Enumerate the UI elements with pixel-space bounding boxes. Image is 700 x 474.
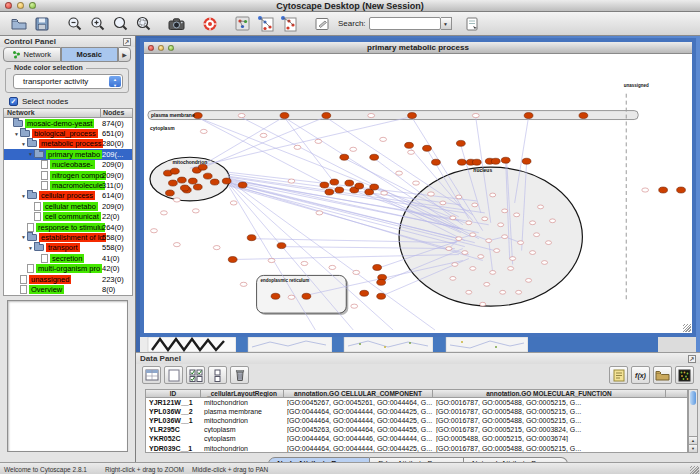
gene-node[interactable] xyxy=(508,267,514,271)
gene-node[interactable] xyxy=(288,179,295,183)
gene-node-selected-color[interactable] xyxy=(522,158,531,164)
gene-node[interactable] xyxy=(526,278,532,282)
edge[interactable] xyxy=(326,118,472,215)
gene-node-selected-color[interactable] xyxy=(405,142,414,148)
expand-arrow-icon[interactable]: ▼ xyxy=(27,151,34,157)
gene-node-selected-color[interactable] xyxy=(210,179,219,185)
gene-node-selected-color[interactable] xyxy=(345,180,354,186)
tree-row-label[interactable]: transport xyxy=(46,243,80,252)
tree-row-label[interactable]: cellular metabo xyxy=(43,202,98,211)
gene-node-selected-color[interactable] xyxy=(423,145,432,151)
notes-icon[interactable] xyxy=(609,366,628,384)
gene-node[interactable] xyxy=(478,255,484,259)
gene-node[interactable] xyxy=(316,211,323,215)
open-button[interactable] xyxy=(8,13,29,34)
gene-node[interactable] xyxy=(502,235,508,239)
gene-node-selected-color[interactable] xyxy=(408,113,417,119)
gene-node[interactable] xyxy=(466,221,472,225)
gene-node[interactable] xyxy=(353,270,360,274)
gene-node[interactable] xyxy=(450,216,456,220)
tree-row-label[interactable]: macromolecule xyxy=(50,181,105,190)
gene-node[interactable] xyxy=(161,211,168,215)
gene-node[interactable] xyxy=(428,192,435,196)
edge[interactable] xyxy=(196,117,285,170)
search-dropdown-arrow[interactable]: ▼ xyxy=(441,17,452,30)
zoom-selected-icon[interactable] xyxy=(133,13,154,34)
node-color-dropdown[interactable]: transporter activity ▲▼ xyxy=(13,74,123,89)
gene-node[interactable] xyxy=(200,129,207,133)
create-attribute-button[interactable] xyxy=(164,366,183,384)
tree-row[interactable]: multi-organism pro42(0) xyxy=(4,263,132,273)
more-tabs-arrow[interactable]: ▶ xyxy=(118,47,131,62)
gene-node[interactable] xyxy=(490,193,496,197)
tree-row-label[interactable]: Overview xyxy=(29,285,64,294)
gene-node[interactable] xyxy=(550,219,556,223)
zoom-out-icon[interactable] xyxy=(64,13,85,34)
gene-node[interactable] xyxy=(538,205,544,209)
expand-arrow-icon[interactable]: ▼ xyxy=(20,193,27,199)
gene-node-selected-color[interactable] xyxy=(330,179,339,185)
edge[interactable] xyxy=(284,118,339,189)
gene-node[interactable] xyxy=(230,201,237,205)
gene-node-selected-color[interactable] xyxy=(340,154,349,160)
gene-node-selected-color[interactable] xyxy=(320,182,329,188)
tree-row-label[interactable]: response to stimulu xyxy=(36,223,105,232)
gene-node-selected-color[interactable] xyxy=(456,140,465,146)
gene-node-selected-color[interactable] xyxy=(491,158,500,164)
tree-row-label[interactable]: unassigned xyxy=(29,275,71,284)
select-attributes-button[interactable] xyxy=(142,366,161,384)
tree-row-label[interactable]: multi-organism pro xyxy=(36,264,102,273)
tree-row[interactable]: macromolecule311(0) xyxy=(4,180,132,190)
gene-node-selected-color[interactable] xyxy=(180,185,189,191)
tree-row[interactable]: ▼primary metabo209(... xyxy=(4,149,132,159)
gene-node-selected-color[interactable] xyxy=(659,187,668,193)
gene-node-selected-color[interactable] xyxy=(271,293,280,299)
gene-node-selected-color[interactable] xyxy=(277,243,286,249)
tree-row-label[interactable]: mosaic-demo-yeast xyxy=(25,119,94,128)
tree-row[interactable]: response to stimulu264(0) xyxy=(4,222,132,232)
gene-node[interactable] xyxy=(151,229,158,233)
scroll-down-button[interactable]: ▼ xyxy=(689,444,697,452)
gene-node[interactable] xyxy=(408,150,415,154)
gene-node[interactable] xyxy=(462,251,468,255)
gene-node[interactable] xyxy=(238,113,245,117)
gene-node-selected-color[interactable] xyxy=(169,180,178,186)
table-scrollbar[interactable]: ▲ ▼ xyxy=(688,389,698,453)
gene-node-selected-color[interactable] xyxy=(203,173,212,179)
tree-row-label[interactable]: nucleobase- xyxy=(50,160,95,169)
gene-node[interactable] xyxy=(486,239,492,243)
gene-node[interactable] xyxy=(530,251,536,255)
scrollbar-thumb[interactable] xyxy=(690,391,696,405)
gene-node[interactable] xyxy=(480,302,486,306)
gene-node[interactable] xyxy=(546,241,552,245)
gene-node-selected-color[interactable] xyxy=(171,168,180,174)
attach-file-icon[interactable] xyxy=(462,13,483,34)
tree-row[interactable]: ▼establishment of lo558(0) xyxy=(4,232,132,242)
gene-node[interactable] xyxy=(498,223,504,227)
gene-node-selected-color[interactable] xyxy=(370,184,379,190)
gene-node[interactable] xyxy=(500,290,506,294)
tree-row[interactable]: unassigned223(0) xyxy=(4,274,132,284)
vizmapper-icon[interactable] xyxy=(232,13,253,34)
expand-arrow-icon[interactable]: ▼ xyxy=(13,131,20,137)
gene-node-selected-color[interactable] xyxy=(373,264,382,270)
col-cellular-component[interactable]: annotation.GO CELLULAR_COMPONENT xyxy=(284,390,433,397)
table-row[interactable]: YPL036W__2plasma membrane[GO:0044464, GO… xyxy=(146,407,687,416)
snapshot-icon[interactable] xyxy=(166,13,187,34)
tree-row-label[interactable]: metabolic process xyxy=(39,139,103,148)
birdseye-view[interactable] xyxy=(7,300,128,452)
tree-row-label[interactable]: primary metabo xyxy=(46,150,102,159)
gene-node-selected-color[interactable] xyxy=(166,190,175,196)
gene-node-selected-color[interactable] xyxy=(322,113,331,119)
float-panel-icon[interactable]: ↗ xyxy=(123,38,131,46)
scroll-up-button[interactable]: ▲ xyxy=(689,436,697,444)
gene-node[interactable] xyxy=(534,233,540,237)
gene-node[interactable] xyxy=(516,290,522,294)
gene-node[interactable] xyxy=(268,258,275,262)
gene-node-selected-color[interactable] xyxy=(432,159,441,165)
gene-node-selected-color[interactable] xyxy=(193,113,202,119)
gene-node[interactable] xyxy=(368,113,375,117)
gene-node-selected-color[interactable] xyxy=(238,182,247,188)
gene-node[interactable] xyxy=(450,276,456,280)
save-button[interactable] xyxy=(31,13,52,34)
